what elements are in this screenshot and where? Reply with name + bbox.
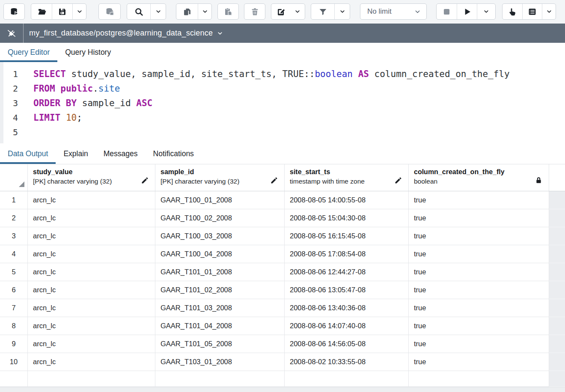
cell-site_start_ts[interactable]: 2008-08-06 13:40:36-08 — [285, 299, 409, 317]
save-data-changes-button[interactable] — [503, 4, 522, 19]
column-name: column_created_on_the_fly — [414, 168, 544, 176]
tab-messages[interactable]: Messages — [96, 143, 146, 164]
row-number[interactable]: 2 — [0, 209, 28, 227]
cell-column_created_on_the_fly[interactable]: true — [409, 335, 549, 353]
cell-study_value[interactable]: arcn_lc — [28, 281, 155, 299]
cell-sample_id[interactable] — [155, 371, 285, 387]
grid-hscrollbar[interactable] — [0, 387, 565, 392]
cell-column_created_on_the_fly[interactable]: true — [409, 299, 549, 317]
open-file-button[interactable] — [31, 4, 52, 19]
cell-site_start_ts[interactable]: 2008-08-05 16:15:45-08 — [285, 227, 409, 245]
column-header-sample_id[interactable]: sample_id[PK] character varying (32) — [155, 164, 285, 191]
open-query-tool-button[interactable] — [4, 4, 24, 19]
find-options-dropdown[interactable] — [150, 4, 166, 19]
table-row: 6arcn_lcGAAR_T101_02_20082008-08-06 13:0… — [0, 281, 565, 299]
cell-study_value[interactable]: arcn_lc — [28, 209, 155, 227]
save-options-dropdown[interactable] — [72, 4, 86, 19]
column-header-column_created_on_the_fly[interactable]: column_created_on_the_flyboolean — [409, 164, 549, 191]
row-number[interactable]: 10 — [0, 353, 28, 371]
tab-explain[interactable]: Explain — [56, 143, 95, 164]
cell-site_start_ts[interactable]: 2008-08-02 10:33:55-08 — [285, 353, 409, 371]
cell-site_start_ts[interactable]: 2008-08-06 13:05:47-08 — [285, 281, 409, 299]
table-row: 8arcn_lcGAAR_T101_04_20082008-08-06 14:0… — [0, 317, 565, 335]
cell-site_start_ts[interactable]: 2008-08-05 15:04:30-08 — [285, 209, 409, 227]
cell-sample_id[interactable]: GAAR_T100_04_2008 — [155, 245, 285, 263]
row-number[interactable]: 5 — [0, 263, 28, 281]
cell-study_value[interactable]: arcn_lc — [28, 245, 155, 263]
row-number[interactable]: 6 — [0, 281, 28, 299]
tab-notifications[interactable]: Notifications — [146, 143, 202, 164]
cell-site_start_ts[interactable]: 2008-08-05 14:00:55-08 — [285, 191, 409, 209]
row-number[interactable]: 8 — [0, 317, 28, 335]
cell-column_created_on_the_fly[interactable]: true — [409, 191, 549, 209]
tab-query-history[interactable]: Query History — [57, 43, 119, 62]
filter-button[interactable] — [311, 4, 334, 19]
find-button[interactable] — [127, 4, 150, 19]
column-header-study_value[interactable]: study_value[PK] character varying (32) — [28, 164, 155, 191]
column-header-site_start_ts[interactable]: site_start_tstimestamp with time zone — [285, 164, 409, 191]
filter-options-dropdown[interactable] — [334, 4, 350, 19]
row-number[interactable]: 4 — [0, 245, 28, 263]
cell-column_created_on_the_fly[interactable]: true — [409, 317, 549, 335]
sql-editor[interactable]: 12345 SELECT study_value, sample_id, sit… — [0, 62, 565, 143]
cancel-query-button[interactable] — [437, 4, 457, 19]
commit-options-dropdown[interactable] — [542, 4, 556, 19]
delete-button[interactable] — [244, 4, 265, 19]
cell-column_created_on_the_fly[interactable]: true — [409, 281, 549, 299]
line-number: 3 — [3, 96, 18, 110]
cell-sample_id[interactable]: GAAR_T100_03_2008 — [155, 227, 285, 245]
execute-options-dropdown[interactable] — [477, 4, 495, 19]
cell-sample_id[interactable]: GAAR_T100_01_2008 — [155, 191, 285, 209]
edit-menu-button[interactable] — [271, 4, 290, 19]
copy-button[interactable] — [176, 4, 198, 19]
cell-column_created_on_the_fly[interactable]: true — [409, 209, 549, 227]
results-grid: study_value[PK] character varying (32)sa… — [0, 164, 565, 392]
connection-bar[interactable]: my_first_database/postgres@learning_data… — [0, 24, 565, 43]
row-number[interactable]: 3 — [0, 227, 28, 245]
row-number[interactable]: 9 — [0, 335, 28, 353]
chevron-down-icon — [414, 9, 421, 15]
edit-data-button[interactable] — [99, 4, 120, 19]
cell-study_value[interactable]: arcn_lc — [28, 227, 155, 245]
cell-study_value[interactable]: arcn_lc — [28, 317, 155, 335]
save-file-button[interactable] — [52, 4, 72, 19]
cell-study_value[interactable]: arcn_lc — [28, 191, 155, 209]
edit-menu-chevron[interactable] — [290, 4, 305, 19]
cell-sample_id[interactable]: GAAR_T101_04_2008 — [155, 317, 285, 335]
cell-column_created_on_the_fly[interactable]: true — [409, 245, 549, 263]
cell-site_start_ts[interactable]: 2008-08-06 14:56:05-08 — [285, 335, 409, 353]
cell-site_start_ts[interactable]: 2008-08-06 14:07:40-08 — [285, 317, 409, 335]
tab-query-editor[interactable]: Query Editor — [0, 43, 57, 62]
cell-sample_id[interactable]: GAAR_T101_02_2008 — [155, 281, 285, 299]
cell-column_created_on_the_fly[interactable]: true — [409, 263, 549, 281]
select-all-corner[interactable] — [0, 164, 28, 191]
cell-column_created_on_the_fly[interactable]: true — [409, 353, 549, 371]
cell-study_value[interactable]: arcn_lc — [28, 353, 155, 371]
row-number[interactable]: 1 — [0, 191, 28, 209]
execute-query-button[interactable] — [457, 4, 477, 19]
paste-button[interactable] — [218, 4, 238, 19]
cell-site_start_ts[interactable] — [285, 371, 409, 387]
cell-study_value[interactable]: arcn_lc — [28, 263, 155, 281]
cell-study_value[interactable]: arcn_lc — [28, 335, 155, 353]
cell-site_start_ts[interactable]: 2008-08-06 12:44:27-08 — [285, 263, 409, 281]
cell-sample_id[interactable]: GAAR_T103_01_2008 — [155, 353, 285, 371]
line-number-gutter: 12345 — [3, 62, 28, 143]
cell-column_created_on_the_fly[interactable] — [409, 371, 549, 387]
copy-options-dropdown[interactable] — [198, 4, 211, 19]
row-limit-select[interactable]: No limit — [360, 3, 427, 20]
cell-column_created_on_the_fly[interactable]: true — [409, 227, 549, 245]
macros-button[interactable] — [522, 4, 542, 19]
row-number[interactable]: 7 — [0, 299, 28, 317]
cell-site_start_ts[interactable]: 2008-08-05 17:08:54-08 — [285, 245, 409, 263]
sql-code[interactable]: SELECT study_value, sample_id, site_star… — [28, 62, 565, 143]
cell-sample_id[interactable]: GAAR_T101_01_2008 — [155, 263, 285, 281]
row-filler — [549, 317, 565, 335]
cell-sample_id[interactable]: GAAR_T100_02_2008 — [155, 209, 285, 227]
cell-sample_id[interactable]: GAAR_T101_05_2008 — [155, 335, 285, 353]
cell-study_value[interactable] — [28, 371, 155, 387]
cell-sample_id[interactable]: GAAR_T101_03_2008 — [155, 299, 285, 317]
tab-data-output[interactable]: Data Output — [0, 143, 56, 164]
row-number[interactable] — [0, 371, 28, 387]
cell-study_value[interactable]: arcn_lc — [28, 299, 155, 317]
